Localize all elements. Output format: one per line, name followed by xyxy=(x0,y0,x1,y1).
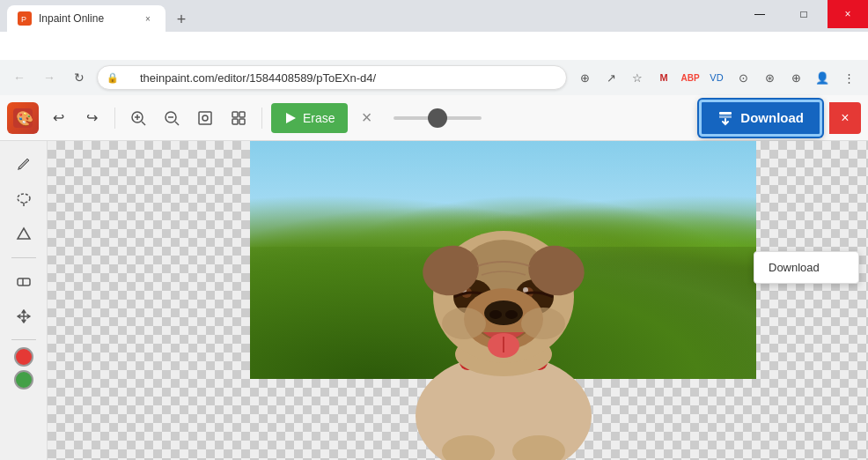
zoom-out-button[interactable] xyxy=(158,104,186,132)
tab-close-button[interactable]: × xyxy=(141,11,155,26)
zoom-fit-button[interactable] xyxy=(191,104,219,132)
maximize-button[interactable]: □ xyxy=(783,0,824,28)
main-content-area: Download xyxy=(0,141,868,460)
move-tool[interactable] xyxy=(8,300,40,332)
svg-point-40 xyxy=(505,310,518,319)
zoom-fit-icon xyxy=(197,110,213,126)
eraser-icon xyxy=(16,273,32,289)
zoom-in-icon xyxy=(130,110,146,126)
svg-point-46 xyxy=(521,308,565,339)
svg-rect-19 xyxy=(719,115,732,118)
foreground-color-swatch[interactable] xyxy=(14,347,33,367)
reload-button[interactable]: ↻ xyxy=(67,65,92,90)
pug-svg xyxy=(371,169,636,460)
app-logo: 🎨 xyxy=(7,102,39,134)
download-label: Download xyxy=(740,110,804,125)
lock-icon: 🔒 xyxy=(107,72,119,84)
tab-title: Inpaint Online xyxy=(39,12,104,25)
close-download-button[interactable]: × xyxy=(829,102,861,134)
app-toolbar: 🎨 ↩ ↪ xyxy=(0,95,868,141)
svg-point-45 xyxy=(442,308,486,339)
pencil-icon xyxy=(16,156,32,172)
redo-button[interactable]: ↪ xyxy=(77,104,106,132)
address-input[interactable]: 🔒 theinpaint.com/editor/1584408589/pToEX… xyxy=(97,65,567,90)
avatar-icon[interactable]: 👤 xyxy=(810,65,835,90)
erase-button[interactable]: Erase xyxy=(271,103,348,133)
zoom-in-button[interactable] xyxy=(124,104,152,132)
zoom-out-icon xyxy=(164,110,180,126)
svg-point-39 xyxy=(489,310,502,319)
vd-icon[interactable]: VD xyxy=(704,65,729,90)
svg-line-10 xyxy=(175,122,179,125)
browser-tab[interactable]: P Inpaint Online × xyxy=(7,5,166,32)
svg-rect-23 xyxy=(18,278,30,286)
zoom-actual-button[interactable] xyxy=(224,104,253,132)
svg-text:🎨: 🎨 xyxy=(16,110,33,127)
ext2-icon[interactable]: ⊛ xyxy=(757,65,782,90)
svg-rect-13 xyxy=(232,112,238,117)
svg-line-7 xyxy=(142,122,145,125)
brush-slider-handle[interactable] xyxy=(428,108,447,128)
download-button[interactable]: Download xyxy=(699,100,822,137)
translate-icon[interactable]: ⊕ xyxy=(572,65,597,90)
svg-point-36 xyxy=(523,287,528,293)
toolbar-separator-1 xyxy=(114,108,115,129)
ext3-icon[interactable]: ⊕ xyxy=(783,65,808,90)
svg-rect-18 xyxy=(719,112,732,115)
bookmark-icon[interactable]: ☆ xyxy=(625,65,650,90)
svg-rect-15 xyxy=(232,119,238,124)
brush-size-slider-container xyxy=(394,116,482,120)
svg-marker-17 xyxy=(286,113,296,123)
svg-rect-16 xyxy=(239,119,245,124)
zoom-actual-icon xyxy=(231,110,246,126)
download-dropdown: Download xyxy=(754,251,859,284)
move-icon xyxy=(16,308,32,324)
svg-point-12 xyxy=(202,115,208,121)
svg-rect-14 xyxy=(239,112,245,117)
canvas-area[interactable]: Download xyxy=(48,141,868,460)
forward-button[interactable]: → xyxy=(37,65,62,90)
lasso-tool[interactable] xyxy=(8,183,40,215)
erase-play-icon xyxy=(283,111,298,125)
toolbar-separator-2 xyxy=(261,108,262,129)
lasso-icon xyxy=(16,191,32,207)
svg-point-20 xyxy=(18,194,30,203)
minimize-button[interactable]: — xyxy=(739,0,780,28)
erase-label: Erase xyxy=(303,111,335,125)
dropdown-download-item[interactable]: Download xyxy=(754,256,858,279)
new-tab-button[interactable]: + xyxy=(169,7,194,32)
undo-button[interactable]: ↩ xyxy=(44,104,72,132)
brush-size-slider[interactable] xyxy=(394,116,482,120)
side-toolbar xyxy=(0,141,48,460)
cancel-button[interactable]: × xyxy=(353,104,381,132)
close-button[interactable]: × xyxy=(828,0,868,28)
polygon-tool[interactable] xyxy=(8,219,40,250)
address-bar: ← → ↻ 🔒 theinpaint.com/editor/1584408589… xyxy=(0,60,868,95)
svg-rect-11 xyxy=(199,112,211,124)
title-bar: P Inpaint Online × + — □ × xyxy=(0,0,868,28)
polygon-icon xyxy=(16,226,32,242)
menu-icon[interactable]: ⋮ xyxy=(836,65,861,90)
eraser-tool[interactable] xyxy=(8,265,40,297)
gmail-icon[interactable]: M xyxy=(651,65,676,90)
tab-favicon: P xyxy=(18,11,32,26)
background-color-swatch[interactable] xyxy=(14,370,33,390)
share-icon[interactable]: ↗ xyxy=(599,65,623,90)
pencil-tool[interactable] xyxy=(8,148,40,180)
browser-icons: ⊕ ↗ ☆ M ABP VD ⊙ ⊛ ⊕ 👤 ⋮ xyxy=(572,65,861,90)
svg-text:P: P xyxy=(21,15,26,24)
side-toolbar-separator xyxy=(11,257,36,258)
url-text: theinpaint.com/editor/1584408589/pToEXn-… xyxy=(126,71,376,85)
image-container xyxy=(250,141,756,460)
side-toolbar-separator-2 xyxy=(11,339,36,340)
abp-icon[interactable]: ABP xyxy=(678,65,702,90)
back-button[interactable]: ← xyxy=(7,65,32,90)
svg-marker-22 xyxy=(18,228,30,239)
ext1-icon[interactable]: ⊙ xyxy=(731,65,755,90)
download-icon xyxy=(717,110,733,126)
